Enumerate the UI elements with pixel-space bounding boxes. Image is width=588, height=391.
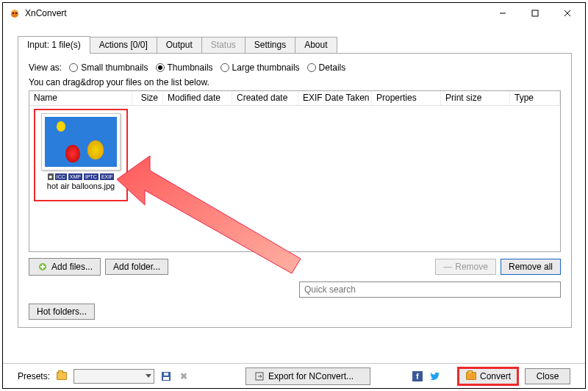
app-icon: [9, 7, 21, 19]
tag-exif: EXIF: [100, 173, 115, 180]
col-name[interactable]: Name: [29, 91, 132, 105]
add-files-button[interactable]: Add files...: [29, 258, 101, 276]
hot-folders-button[interactable]: Hot folders...: [29, 304, 95, 320]
radio-small-thumbnails[interactable]: [69, 63, 78, 72]
minus-icon: —: [443, 262, 452, 272]
convert-button[interactable]: Convert: [457, 367, 519, 386]
convert-icon: [465, 370, 477, 382]
remove-button: — Remove: [435, 259, 496, 275]
radio-thumbnails[interactable]: [156, 63, 165, 72]
window-title: XnConvert: [25, 8, 67, 18]
add-folder-button[interactable]: Add folder...: [105, 259, 168, 275]
col-size[interactable]: Size: [132, 91, 163, 105]
col-created[interactable]: Created date: [232, 91, 298, 105]
content-area: Input: 1 file(s) Actions [0/0] Output St…: [18, 35, 572, 328]
tag-iptc: IPTC: [84, 173, 98, 180]
svg-rect-12: [163, 377, 169, 380]
view-mode-row: View as: Small thumbnails Thumbnails Lar…: [29, 62, 561, 73]
folder-open-icon[interactable]: [56, 370, 68, 382]
maximize-button[interactable]: [519, 4, 551, 23]
export-icon: [254, 370, 265, 382]
radio-small-label: Small thumbnails: [81, 62, 148, 73]
column-headers: Name Size Modified date Created date EXI…: [29, 91, 560, 106]
thumbnail-image: [45, 117, 117, 167]
quick-search-input[interactable]: [299, 281, 561, 298]
input-panel: View as: Small thumbnails Thumbnails Lar…: [18, 53, 572, 328]
delete-icon: ✖: [178, 370, 190, 382]
thumbnail-frame: [41, 113, 121, 171]
drag-drop-hint: You can drag&drop your files on the list…: [29, 77, 561, 87]
export-label: Export for NConvert...: [268, 371, 354, 381]
list-buttons-row: Add files... Add folder... — Remove Remo…: [29, 258, 561, 276]
file-name: hot air balloons.jpg: [38, 182, 123, 190]
radio-details-label: Details: [319, 62, 346, 73]
svg-point-1: [12, 12, 14, 14]
svg-rect-13: [164, 373, 168, 376]
tag-xmp: XMP: [68, 173, 82, 180]
close-window-button[interactable]: [551, 4, 584, 23]
tab-bar: Input: 1 file(s) Actions [0/0] Output St…: [18, 35, 572, 53]
minimize-button[interactable]: [487, 4, 519, 23]
radio-large-label: Large thumbnails: [232, 62, 300, 73]
tab-output[interactable]: Output: [157, 37, 202, 53]
tab-status[interactable]: Status: [201, 37, 245, 53]
presets-combo[interactable]: [74, 369, 154, 384]
plus-icon: [37, 261, 49, 273]
export-nconvert-button[interactable]: Export for NConvert...: [245, 367, 370, 385]
remove-all-button[interactable]: Remove all: [501, 259, 561, 275]
tab-about[interactable]: About: [295, 37, 337, 53]
radio-thumbnails-label: Thumbnails: [168, 62, 213, 73]
app-window: XnConvert Input: 1 file(s) Actions [0/0]…: [2, 2, 586, 389]
radio-details[interactable]: [307, 63, 316, 72]
col-print-size[interactable]: Print size: [441, 91, 510, 105]
add-files-label: Add files...: [51, 262, 93, 272]
tag-sq: ■: [48, 173, 54, 180]
facebook-icon[interactable]: f: [412, 370, 423, 382]
presets-label: Presets:: [18, 371, 50, 381]
view-as-label: View as:: [29, 62, 62, 73]
tab-actions[interactable]: Actions [0/0]: [90, 37, 157, 53]
tag-icc: ICC: [55, 173, 67, 180]
tab-input[interactable]: Input: 1 file(s): [18, 36, 90, 54]
twitter-icon[interactable]: [429, 370, 441, 382]
col-properties[interactable]: Properties: [372, 91, 441, 105]
file-list[interactable]: Name Size Modified date Created date EXI…: [29, 90, 561, 252]
tab-settings[interactable]: Settings: [245, 37, 295, 53]
footer-bar: Presets: ✖ Export for NConvert... f Conv…: [3, 363, 585, 388]
col-exif[interactable]: EXIF Date Taken: [298, 91, 372, 105]
convert-label: Convert: [480, 371, 511, 381]
svg-point-2: [15, 12, 17, 14]
remove-label: Remove: [455, 262, 488, 272]
metadata-tags: ■ ICC XMP IPTC EXIF: [38, 173, 123, 180]
save-icon[interactable]: [160, 370, 172, 382]
col-type[interactable]: Type: [510, 91, 560, 105]
col-modified[interactable]: Modified date: [163, 91, 232, 105]
svg-text:f: f: [416, 372, 419, 381]
title-bar: XnConvert: [3, 3, 585, 24]
radio-large-thumbnails[interactable]: [220, 63, 229, 72]
file-thumbnail[interactable]: ■ ICC XMP IPTC EXIF hot air balloons.jpg: [34, 109, 128, 201]
svg-rect-4: [532, 10, 538, 16]
close-button[interactable]: Close: [525, 368, 570, 384]
